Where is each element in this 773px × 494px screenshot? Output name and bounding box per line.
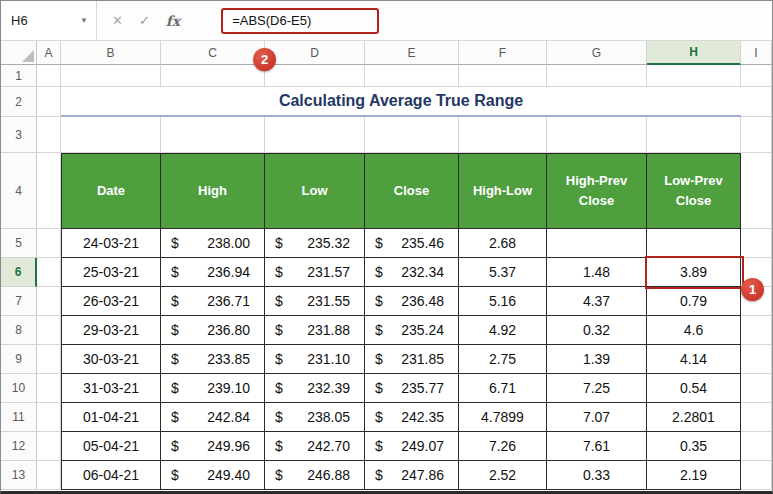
row-header-7[interactable]: 7 [1, 287, 37, 316]
cell-E10[interactable]: $235.77 [365, 374, 459, 403]
cell-G5[interactable] [547, 229, 647, 258]
cell-B5[interactable]: 24-03-21 [62, 229, 161, 258]
cell-F8[interactable]: 4.92 [459, 316, 547, 345]
cell-I4[interactable] [741, 153, 772, 229]
cell-C12[interactable]: $249.96 [161, 432, 265, 461]
row-header-13[interactable]: 13 [1, 461, 37, 490]
cell-F13[interactable]: 2.52 [459, 461, 547, 489]
cell-H5[interactable] [647, 229, 740, 258]
cell-A8[interactable] [37, 316, 61, 345]
cell-F6[interactable]: 5.37 [459, 258, 547, 287]
cell-H3[interactable] [647, 117, 741, 153]
cell-H7[interactable]: 0.79 [647, 287, 740, 316]
cell-B1[interactable] [61, 65, 161, 87]
cell-E12[interactable]: $249.07 [365, 432, 459, 461]
cell-E3[interactable] [365, 117, 459, 153]
cell-I11[interactable] [741, 403, 772, 432]
column-header-I[interactable]: I [741, 41, 772, 65]
row-header-9[interactable]: 9 [1, 345, 37, 374]
cell-A12[interactable] [37, 432, 61, 461]
cell-G6[interactable]: 1.48 [547, 258, 647, 287]
cell-C11[interactable]: $242.84 [161, 403, 265, 432]
cell-G9[interactable]: 1.39 [547, 345, 647, 374]
cell-D9[interactable]: $231.10 [265, 345, 365, 374]
cell-G7[interactable]: 4.37 [547, 287, 647, 316]
cell-I5[interactable] [741, 229, 772, 258]
cancel-icon[interactable]: ✕ [112, 13, 123, 28]
cell-B7[interactable]: 26-03-21 [62, 287, 161, 316]
cell-I13[interactable] [741, 461, 772, 490]
cell-D10[interactable]: $232.39 [265, 374, 365, 403]
cell-C6[interactable]: $236.94 [161, 258, 265, 287]
cell-I9[interactable] [741, 345, 772, 374]
cell-G3[interactable] [547, 117, 647, 153]
cell-A1[interactable] [37, 65, 61, 87]
row-header-4[interactable]: 4 [1, 153, 37, 229]
cell-E6[interactable]: $232.34 [365, 258, 459, 287]
cell-F1[interactable] [459, 65, 547, 87]
cell-I12[interactable] [741, 432, 772, 461]
cell-F10[interactable]: 6.71 [459, 374, 547, 403]
cell-E8[interactable]: $235.24 [365, 316, 459, 345]
cell-G10[interactable]: 7.25 [547, 374, 647, 403]
cell-C10[interactable]: $239.10 [161, 374, 265, 403]
cell-G8[interactable]: 0.32 [547, 316, 647, 345]
cell-B3[interactable] [61, 117, 161, 153]
cell-D6[interactable]: $231.57 [265, 258, 365, 287]
cell-A10[interactable] [37, 374, 61, 403]
formula-input[interactable]: =ABS(D6-E5) [195, 1, 772, 40]
cell-H10[interactable]: 0.54 [647, 374, 740, 403]
row-header-6[interactable]: 6 [1, 258, 37, 287]
cell-D5[interactable]: $235.32 [265, 229, 365, 258]
row-header-2[interactable]: 2 [1, 87, 37, 117]
cell-F7[interactable]: 5.16 [459, 287, 547, 316]
column-header-D[interactable]: D [265, 41, 365, 65]
cell-E1[interactable] [365, 65, 459, 87]
cell-C3[interactable] [161, 117, 265, 153]
cell-E13[interactable]: $247.86 [365, 461, 459, 489]
row-header-5[interactable]: 5 [1, 229, 37, 258]
cell-I3[interactable] [741, 117, 772, 153]
cell-H13[interactable]: 2.19 [647, 461, 740, 489]
column-header-C[interactable]: C [161, 41, 265, 65]
cell-E9[interactable]: $231.85 [365, 345, 459, 374]
cell-E5[interactable]: $235.46 [365, 229, 459, 258]
cell-A6[interactable] [37, 258, 61, 287]
cell-H11[interactable]: 2.2801 [647, 403, 740, 432]
cell-B8[interactable]: 29-03-21 [62, 316, 161, 345]
cell-G1[interactable] [547, 65, 647, 87]
cell-D13[interactable]: $246.88 [265, 461, 365, 489]
cell-C8[interactable]: $236.80 [161, 316, 265, 345]
cell-D8[interactable]: $231.88 [265, 316, 365, 345]
cell-C9[interactable]: $233.85 [161, 345, 265, 374]
row-header-10[interactable]: 10 [1, 374, 37, 403]
chevron-down-icon[interactable]: ▼ [80, 16, 88, 25]
cell-B6[interactable]: 25-03-21 [62, 258, 161, 287]
column-header-B[interactable]: B [61, 41, 161, 65]
cell-H12[interactable]: 0.35 [647, 432, 740, 461]
cell-C5[interactable]: $238.00 [161, 229, 265, 258]
cell-H8[interactable]: 4.6 [647, 316, 740, 345]
cell-C1[interactable] [161, 65, 265, 87]
cell-I2[interactable] [741, 87, 772, 117]
cell-B12[interactable]: 05-04-21 [62, 432, 161, 461]
insert-function-icon[interactable]: fx [166, 13, 180, 29]
row-header-3[interactable]: 3 [1, 117, 37, 153]
cell-B9[interactable]: 30-03-21 [62, 345, 161, 374]
cell-A4[interactable] [37, 153, 61, 229]
cell-I8[interactable] [741, 316, 772, 345]
cell-B11[interactable]: 01-04-21 [62, 403, 161, 432]
cell-A11[interactable] [37, 403, 61, 432]
cell-A2[interactable] [37, 87, 61, 117]
cell-G12[interactable]: 7.61 [547, 432, 647, 461]
cell-A3[interactable] [37, 117, 61, 153]
cell-E7[interactable]: $236.48 [365, 287, 459, 316]
cell-G11[interactable]: 7.07 [547, 403, 647, 432]
column-header-H[interactable]: H [647, 41, 741, 65]
column-header-E[interactable]: E [365, 41, 459, 65]
cell-A13[interactable] [37, 461, 61, 490]
cell-F11[interactable]: 4.7899 [459, 403, 547, 432]
cell-C7[interactable]: $236.71 [161, 287, 265, 316]
cell-F5[interactable]: 2.68 [459, 229, 547, 258]
cell-B10[interactable]: 31-03-21 [62, 374, 161, 403]
